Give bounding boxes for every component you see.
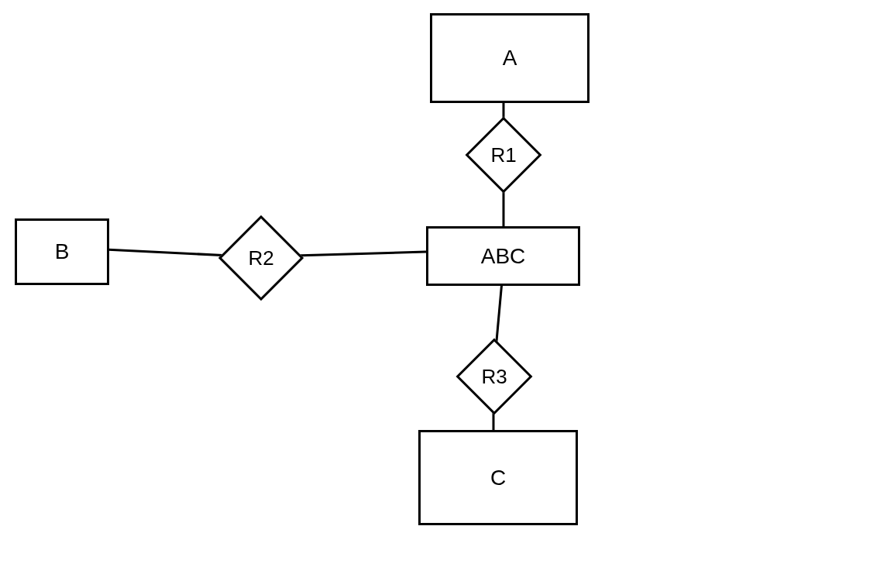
relationship-r2: R2: [230, 227, 292, 289]
entity-c: C: [418, 430, 578, 525]
relationship-r2-label: R2: [248, 246, 273, 270]
entity-b-label: B: [55, 239, 70, 264]
svg-line-2: [105, 249, 230, 256]
relationship-r3-label: R3: [481, 365, 507, 389]
entity-a-label: A: [503, 46, 517, 70]
svg-line-3: [294, 252, 426, 256]
relationship-r3: R3: [467, 349, 521, 404]
relationship-r1-label: R1: [490, 143, 516, 167]
entity-b: B: [15, 218, 109, 285]
entity-abc: ABC: [426, 226, 580, 286]
entity-abc-label: ABC: [481, 244, 526, 269]
relationship-r1: R1: [476, 128, 531, 182]
entity-c-label: C: [490, 466, 506, 490]
svg-line-4: [496, 281, 502, 349]
entity-a: A: [430, 13, 590, 103]
